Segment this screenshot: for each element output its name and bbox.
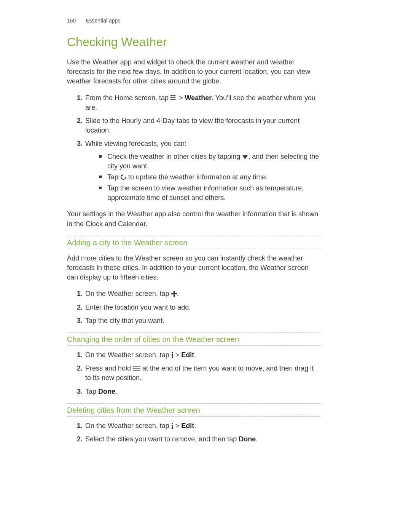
svg-rect-18 xyxy=(133,370,140,371)
subheading-change-order: Changing the order of cities on the Weat… xyxy=(67,332,321,346)
svg-rect-8 xyxy=(174,99,175,100)
subheading-add-city: Adding a city to the Weather screen xyxy=(67,236,321,249)
svg-rect-17 xyxy=(133,368,140,369)
svg-rect-14 xyxy=(172,354,173,356)
bullet-tap-screen: Tap the screen to view weather informati… xyxy=(99,184,321,203)
add-step-3: Tap the city that you want. xyxy=(84,316,321,326)
weather-label: Weather xyxy=(185,94,212,102)
svg-rect-21 xyxy=(172,427,173,429)
order-steps: On the Weather screen, tap > Edit. Press… xyxy=(67,350,321,396)
edit-label: Edit xyxy=(181,422,194,430)
order-step-3: Tap Done. xyxy=(84,387,321,396)
add-city-steps: On the Weather screen, tap . Enter the l… xyxy=(67,289,321,326)
main-steps: From the Home screen, tap > Weather. You… xyxy=(67,93,321,203)
step-3-bullets: Check the weather in other cities by tap… xyxy=(85,152,321,203)
svg-marker-10 xyxy=(122,174,124,176)
delete-steps: On the Weather screen, tap > Edit. Selec… xyxy=(67,421,321,444)
bullet-check-cities: Check the weather in other cities by tap… xyxy=(99,152,321,171)
svg-rect-7 xyxy=(172,99,174,100)
svg-rect-6 xyxy=(170,99,172,100)
svg-rect-0 xyxy=(170,95,172,96)
apps-grid-icon xyxy=(170,95,177,101)
settings-note: Your settings in the Weather app also co… xyxy=(67,209,321,228)
subheading-delete-cities: Deleting cities from the Weather screen xyxy=(67,403,321,417)
refresh-icon xyxy=(120,174,126,180)
page-header: 160 Essential apps xyxy=(67,18,321,24)
step-1: From the Home screen, tap > Weather. You… xyxy=(84,93,321,112)
svg-rect-12 xyxy=(171,293,177,294)
svg-rect-2 xyxy=(174,95,175,96)
svg-rect-16 xyxy=(133,366,140,367)
svg-rect-13 xyxy=(172,352,173,353)
done-label: Done xyxy=(98,388,115,395)
page-title: Checking Weather xyxy=(67,35,321,49)
add-city-intro: Add more cities to the Weather screen so… xyxy=(67,254,321,283)
intro-paragraph: Use the Weather app and widget to check … xyxy=(67,58,321,86)
dropdown-triangle-icon xyxy=(242,155,248,160)
step-2: Slide to the Hourly and 4-Day tabs to vi… xyxy=(84,116,321,135)
bullet-refresh: Tap to update the weather information at… xyxy=(99,173,321,182)
done-label: Done xyxy=(239,435,256,443)
svg-rect-4 xyxy=(172,97,174,98)
order-step-1: On the Weather screen, tap > Edit. xyxy=(84,350,321,360)
document-page: 160 Essential apps Checking Weather Use … xyxy=(0,0,411,470)
drag-handle-icon xyxy=(133,366,140,371)
svg-rect-1 xyxy=(172,95,174,96)
svg-rect-15 xyxy=(172,356,173,358)
add-step-2: Enter the location you want to add. xyxy=(84,303,321,312)
svg-rect-20 xyxy=(172,425,173,427)
section-name: Essential apps xyxy=(86,18,120,24)
edit-label: Edit xyxy=(181,351,194,359)
delete-step-1: On the Weather screen, tap > Edit. xyxy=(84,421,321,431)
plus-icon xyxy=(171,291,177,297)
order-step-2: Press and hold at the end of the item yo… xyxy=(84,364,321,383)
step-3: While viewing forecasts, you can: Check … xyxy=(84,139,321,203)
svg-rect-3 xyxy=(170,97,172,98)
page-number: 160 xyxy=(67,18,76,24)
svg-marker-9 xyxy=(242,155,248,159)
delete-step-2: Select the cities you want to remove, an… xyxy=(84,435,321,444)
svg-rect-5 xyxy=(174,97,175,98)
svg-rect-19 xyxy=(172,423,173,424)
add-step-1: On the Weather screen, tap . xyxy=(84,289,321,299)
